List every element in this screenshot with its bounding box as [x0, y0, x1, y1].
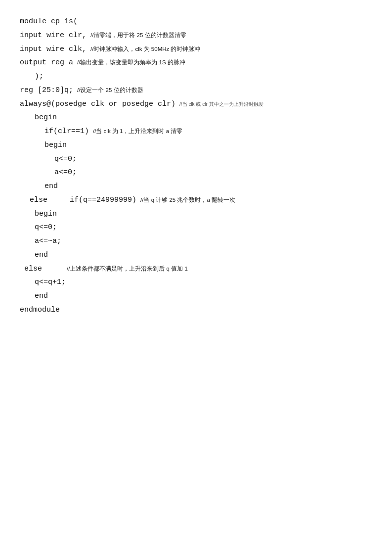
code-line-22: endmodule — [20, 303, 372, 317]
code-line-6: reg [25:0]q; //设定一个 25 位的计数器 — [20, 84, 372, 97]
code-line-8: begin — [20, 111, 372, 125]
code-text: endmodule — [20, 303, 60, 317]
comment: //当 clk 为 1，上升沿来到时 a 清零 — [93, 126, 182, 137]
code-line-5: ); — [20, 70, 372, 84]
code-line-18: end — [20, 248, 372, 262]
code-text: q<=0; — [35, 221, 57, 234]
code-text: end — [35, 248, 48, 262]
code-text: input wire clk, — [20, 43, 87, 56]
comment: //清零端，用于将 25 位的计数器清零 — [90, 30, 186, 41]
code-line-4: output reg a //输出变量，该变量即为频率为 1S 的脉冲 — [20, 56, 372, 70]
code-text: a<=0; — [54, 166, 77, 180]
code-text: begin — [44, 139, 67, 152]
code-line-7: always@(posedge clk or posedge clr) //当 … — [20, 97, 372, 111]
code-text: ); — [35, 70, 44, 84]
code-text: else — [20, 262, 42, 276]
code-line-9: if(clr==1) //当 clk 为 1，上升沿来到时 a 清零 — [20, 125, 372, 139]
code-line-15: begin — [20, 207, 372, 221]
code-line-12: a<=0; — [20, 166, 372, 180]
code-text: q<=q+1; — [35, 276, 66, 289]
code-text: else if(q==24999999) — [30, 193, 136, 207]
code-line-17: a<=~a; — [20, 234, 372, 248]
code-line-14: else if(q==24999999) //当 q 计够 25 兆个数时，a … — [20, 193, 372, 207]
code-text: always@(posedge clk or posedge clr) — [20, 97, 175, 111]
code-text: begin — [35, 207, 57, 221]
code-line-20: q<=q+1; — [20, 276, 372, 289]
comment: //当 q 计够 25 兆个数时，a 翻转一次 — [140, 195, 235, 205]
code-text: input wire clr, — [20, 29, 87, 43]
code-line-3: input wire clk, //时钟脉冲输入，clk 为 50MHz 的时钟… — [20, 43, 372, 56]
code-text: if(clr==1) — [44, 125, 89, 139]
code-text: begin — [35, 111, 57, 125]
code-text: reg [25:0]q; — [20, 84, 73, 97]
code-line-2: input wire clr, //清零端，用于将 25 位的计数器清零 — [20, 29, 372, 43]
code-line-21: end — [20, 289, 372, 303]
comment-small: //当 clk 或 clr 其中之一为上升沿时触发 — [179, 100, 263, 109]
code-line-19: else //上述条件都不满足时，上升沿来到后 q 值加 1 — [20, 262, 372, 276]
code-text: module cp_1s( — [20, 15, 78, 29]
code-line-10: begin — [20, 139, 372, 152]
code-text: end — [35, 289, 48, 303]
code-text: a<=~a; — [35, 234, 61, 248]
code-container: module cp_1s( input wire clr, //清零端，用于将 … — [20, 15, 372, 317]
comment: //输出变量，该变量即为频率为 1S 的脉冲 — [77, 57, 185, 68]
code-text: output reg a — [20, 56, 73, 70]
code-line-16: q<=0; — [20, 221, 372, 234]
comment: //设定一个 25 位的计数器 — [77, 85, 143, 95]
code-line-11: q<=0; — [20, 152, 372, 166]
comment: //上述条件都不满足时，上升沿来到后 q 值加 1 — [67, 264, 188, 274]
comment: //时钟脉冲输入，clk 为 50MHz 的时钟脉冲 — [90, 44, 200, 54]
code-line-13: end — [20, 180, 372, 193]
code-text: q<=0; — [54, 152, 77, 166]
code-line-1: module cp_1s( — [20, 15, 372, 29]
code-text: end — [44, 180, 58, 193]
